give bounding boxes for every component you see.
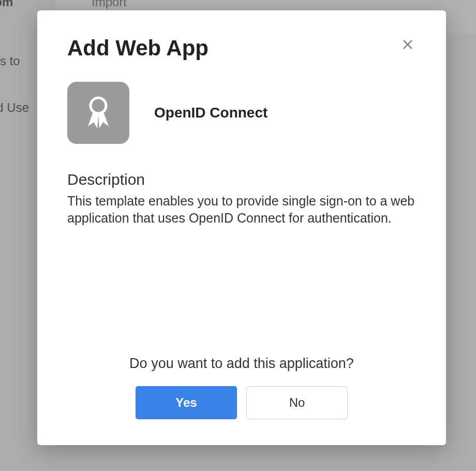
description-heading: Description <box>67 171 416 188</box>
modal-title: Add Web App <box>67 36 209 60</box>
close-icon <box>401 38 414 51</box>
app-icon-container <box>67 82 129 144</box>
button-row: Yes No <box>67 386 416 419</box>
yes-button[interactable]: Yes <box>136 386 237 419</box>
add-web-app-modal: Add Web App OpenID Connect Description T… <box>37 10 446 445</box>
close-button[interactable] <box>399 36 416 53</box>
ribbon-award-icon <box>78 92 119 134</box>
app-row: OpenID Connect <box>67 82 416 144</box>
app-name: OpenID Connect <box>154 105 267 121</box>
modal-header: Add Web App <box>67 36 416 60</box>
description-section: Description This template enables you to… <box>67 171 416 226</box>
no-button[interactable]: No <box>246 386 348 419</box>
description-body: This template enables you to provide sin… <box>67 193 416 226</box>
confirm-question: Do you want to add this application? <box>67 356 416 372</box>
svg-point-2 <box>91 98 106 113</box>
modal-footer: Do you want to add this application? Yes… <box>67 356 416 419</box>
modal-overlay[interactable]: Add Web App OpenID Connect Description T… <box>0 0 476 471</box>
